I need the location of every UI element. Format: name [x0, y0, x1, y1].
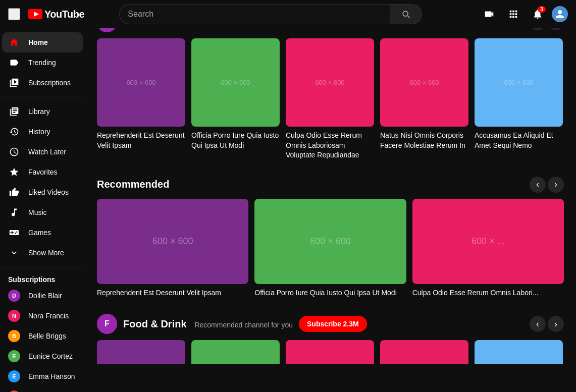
- search-bar: [119, 4, 422, 24]
- header-left: YouTube: [8, 8, 89, 20]
- sidebar-sub-eunice-cortez[interactable]: E Eunice Cortez: [2, 346, 83, 364]
- library-icon: [8, 105, 20, 118]
- food-drink-avatar[interactable]: F: [97, 314, 117, 334]
- sidebar-item-favorites[interactable]: Favorites: [2, 162, 83, 182]
- video-title: Culpa Odio Esse Rerum Omnis Labori...: [412, 288, 564, 298]
- search-input[interactable]: [119, 4, 390, 24]
- sidebar-item-home[interactable]: Home: [2, 32, 83, 52]
- video-thumbnail: 600 × 600: [97, 340, 185, 364]
- home-icon: [8, 36, 20, 48]
- video-card[interactable]: 600 × 600 Reprehenderit Est Deserunt Vel…: [97, 38, 185, 160]
- video-card[interactable]: 600 × 600 Culpa Odio Esse Rerum Omnis La…: [286, 38, 374, 160]
- video-thumbnail: 600 × 600: [475, 38, 563, 127]
- food-drink-video-grid: 600 × 600 Reprehenderit Est Deserunt Vel…: [97, 340, 564, 364]
- recommended-next-button[interactable]: ›: [548, 177, 564, 193]
- video-thumbnail: 600 × 600: [286, 38, 374, 127]
- food-drink-nav: ‹ ›: [530, 316, 564, 332]
- video-title: Accusamus Ea Aliquid Et Amet Sequi Nemo: [475, 131, 563, 150]
- sidebar-item-trending[interactable]: Trending: [2, 52, 83, 73]
- video-card[interactable]: 600 × 600 Culpa Odio Esse Rerum Omnis La…: [286, 340, 374, 364]
- youtube-logo[interactable]: YouTube: [28, 9, 84, 20]
- show-more-label: Show More: [28, 249, 64, 257]
- video-thumbnail: 600 × 600: [191, 340, 280, 364]
- thumb-size: 600 × 600: [310, 236, 351, 247]
- video-card[interactable]: 600 × 600 Officia Porro Iure Quia Iusto …: [191, 38, 280, 160]
- liked-videos-icon: [8, 186, 20, 198]
- video-card[interactable]: 600 × 600 Accusamus Ea Aliquid Et Amet S…: [475, 38, 563, 160]
- games-icon: [8, 227, 20, 239]
- video-card[interactable]: 600 × 600 Officia Porro Iure Quia Iusto …: [254, 199, 406, 298]
- sidebar-item-home-label: Home: [28, 38, 48, 46]
- header: YouTube 3: [0, 0, 576, 28]
- video-card[interactable]: 600 × 600 Reprehenderit Est Deserunt Vel…: [97, 340, 185, 364]
- food-drink-next-button[interactable]: ›: [548, 316, 564, 332]
- recommended-title: Recommended: [97, 179, 169, 190]
- search-button[interactable]: [390, 4, 422, 24]
- sidebar-sub-nora-francis[interactable]: N Nora Francis: [2, 306, 83, 326]
- notifications-button[interactable]: 3: [528, 4, 548, 24]
- thumb-size: 600 × 600: [315, 79, 344, 86]
- video-title: Officia Porro Iure Quia Iusto Qui Ipsa U…: [191, 131, 280, 150]
- create-video-button[interactable]: [479, 4, 499, 24]
- dollie-blair-video-grid: 600 × 600 Reprehenderit Est Deserunt Vel…: [97, 38, 564, 160]
- watch-later-icon: [8, 146, 20, 158]
- video-thumbnail: 600 × 600: [475, 340, 563, 364]
- video-thumbnail: 600 × 600: [191, 38, 280, 127]
- thumb-size: 600 × 600: [504, 79, 533, 86]
- sidebar-item-library[interactable]: Library: [2, 101, 83, 122]
- thumb-size: 600 × 600: [409, 79, 439, 86]
- food-drink-title: Food & Drink: [123, 318, 187, 329]
- thumb-size: 600 × 600: [126, 79, 155, 86]
- video-thumbnail: 600 × 600: [97, 38, 185, 127]
- food-drink-subtitle: Recommended channel for you: [194, 321, 293, 329]
- dollie-blair-section: D Dollie Blair ‹ › 600 × 600 Reprehender…: [97, 12, 564, 160]
- video-title: Natus Nisi Omnis Corporis Facere Molesti…: [380, 131, 468, 150]
- user-avatar-button[interactable]: [552, 6, 568, 22]
- video-card[interactable]: 600 × 600 Natus Nisi Omnis Corporis Face…: [380, 340, 468, 364]
- menu-button[interactable]: [8, 8, 20, 20]
- sub-avatar-dollie-blair: D: [8, 290, 20, 302]
- recommended-prev-button[interactable]: ‹: [530, 177, 546, 193]
- sidebar-item-favorites-label: Favorites: [28, 168, 58, 176]
- video-card[interactable]: 600 × 600 Accusamus Ea Aliquid Et Amet S…: [475, 340, 563, 364]
- video-title: Officia Porro Iure Quia Iusto Qui Ipsa U…: [254, 288, 406, 298]
- video-card[interactable]: 600 × 600 Officia Porro Iure Quia Iusto …: [191, 340, 280, 364]
- show-more-button[interactable]: Show More: [2, 243, 83, 263]
- sidebar-item-liked-videos[interactable]: Liked Videos: [2, 182, 83, 202]
- sidebar-item-library-label: Library: [28, 107, 50, 116]
- sidebar-item-watch-later-label: Watch Later: [28, 148, 66, 156]
- header-right: 3: [479, 4, 568, 24]
- sidebar-sub-belle-briggs[interactable]: B Belle Briggs: [2, 326, 83, 346]
- food-drink-prev-button[interactable]: ‹: [530, 316, 546, 332]
- sidebar-item-subscriptions[interactable]: Subscriptions: [2, 73, 83, 93]
- video-card[interactable]: 600 × 600 Natus Nisi Omnis Corporis Face…: [380, 38, 468, 160]
- video-card[interactable]: 600 × ... Culpa Odio Esse Rerum Omnis La…: [412, 199, 564, 298]
- thumb-size: 600 × 600: [152, 236, 193, 247]
- music-icon: [8, 206, 20, 218]
- sub-avatar-belle-briggs: B: [8, 330, 20, 342]
- sidebar-item-music-label: Music: [28, 208, 47, 216]
- notification-badge: 3: [538, 6, 546, 13]
- sidebar-sub-dollie-blair[interactable]: D Dollie Blair: [2, 286, 83, 306]
- video-thumbnail: 600 × 600: [286, 340, 374, 364]
- video-thumbnail: 600 × 600: [97, 199, 248, 284]
- apps-button[interactable]: [503, 4, 523, 24]
- sub-name-eunice-cortez: Eunice Cortez: [28, 352, 73, 360]
- chevron-down-icon: [8, 247, 20, 259]
- subscribe-button[interactable]: Subscribe 2.3M: [299, 316, 367, 332]
- sidebar-divider-2: [0, 267, 85, 267]
- video-title: Reprehenderit Est Deserunt Velit Ipsam: [97, 288, 248, 298]
- sidebar-item-history-label: History: [28, 128, 50, 136]
- thumb-size: 600 × 600: [221, 79, 250, 86]
- sidebar-divider-1: [0, 97, 85, 97]
- avatar: [552, 6, 568, 22]
- thumb-size: 600 × ...: [472, 236, 505, 247]
- sidebar-item-liked-videos-label: Liked Videos: [28, 188, 69, 196]
- sidebar-item-music[interactable]: Music: [2, 202, 83, 222]
- food-drink-section-header: F Food & Drink Recommended channel for y…: [97, 314, 564, 334]
- sidebar-item-history[interactable]: History: [2, 122, 83, 142]
- video-card[interactable]: 600 × 600 Reprehenderit Est Deserunt Vel…: [97, 199, 248, 298]
- video-title: Reprehenderit Est Deserunt Velit Ipsam: [97, 131, 185, 150]
- sidebar-item-games[interactable]: Games: [2, 222, 83, 243]
- sidebar-item-watch-later[interactable]: Watch Later: [2, 142, 83, 162]
